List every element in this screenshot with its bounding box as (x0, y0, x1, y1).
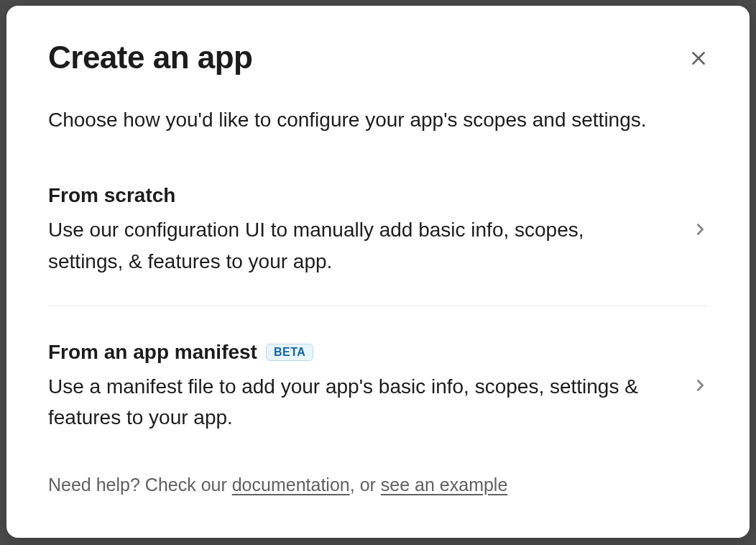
option-from-manifest[interactable]: From an app manifest BETA Use a manifest… (48, 341, 708, 434)
modal-header: Create an app (48, 40, 708, 75)
create-app-modal: Create an app Choose how you'd like to c… (6, 6, 750, 538)
option-description: Use our configuration UI to manually add… (48, 214, 663, 277)
option-content: From an app manifest BETA Use a manifest… (48, 341, 692, 434)
help-prefix: Need help? Check our (48, 475, 232, 495)
option-title-row: From an app manifest BETA (48, 341, 663, 364)
beta-badge: BETA (266, 344, 313, 361)
help-text: Need help? Check our documentation, or s… (48, 472, 708, 498)
see-example-link[interactable]: see an example (381, 475, 508, 495)
chevron-right-icon (692, 377, 708, 396)
option-title: From scratch (48, 184, 175, 207)
documentation-link[interactable]: documentation (232, 475, 350, 495)
close-icon (689, 49, 708, 70)
chevron-right-icon (692, 221, 708, 240)
option-content: From scratch Use our configuration UI to… (48, 184, 692, 277)
option-description: Use a manifest file to add your app's ba… (48, 371, 663, 434)
divider (48, 306, 708, 306)
modal-title: Create an app (48, 40, 252, 75)
close-button[interactable] (683, 43, 714, 75)
help-middle: , or (350, 475, 381, 495)
option-from-scratch[interactable]: From scratch Use our configuration UI to… (48, 184, 708, 277)
option-title: From an app manifest (48, 341, 257, 364)
modal-subtitle: Choose how you'd like to configure your … (48, 106, 708, 134)
option-title-row: From scratch (48, 184, 663, 207)
